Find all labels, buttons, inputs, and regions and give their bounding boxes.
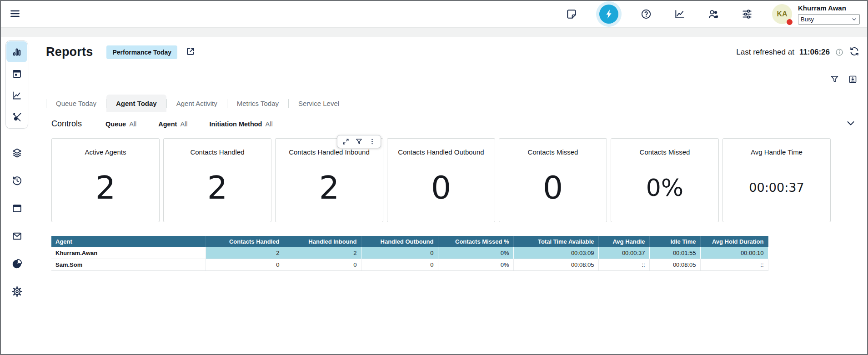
metric-card-avg-handle-time: Avg Handle Time 00:00:37: [722, 138, 831, 222]
sidebar-item-bar-chart[interactable]: [6, 41, 27, 62]
sidebar-item-pie-chart[interactable]: [11, 258, 23, 270]
column-header-contacts-missed[interactable]: Contacts Missed %: [438, 236, 513, 247]
metric-card-contacts-handled-inbound: Contacts Handled Inbound 2: [275, 138, 383, 222]
top-nav-right: KA Khurram Awan Busy: [566, 4, 860, 25]
value-cell: 2: [284, 247, 361, 259]
metric-card-value: 0%: [611, 156, 718, 222]
column-header-agent[interactable]: Agent: [51, 236, 206, 247]
gear-icon: [11, 286, 23, 297]
metric-card-title: Avg Handle Time: [723, 148, 830, 156]
status-select-value: Busy: [801, 16, 814, 23]
sidebar-item-history[interactable]: [11, 175, 23, 186]
value-cell: 0: [361, 247, 438, 259]
sidebar-item-line-chart[interactable]: [6, 85, 27, 106]
metric-card-value: 2: [52, 156, 159, 222]
last-refreshed-time: 11:06:26: [799, 48, 830, 57]
tab-service-level[interactable]: Service Level: [289, 95, 349, 112]
sidebar-item-layers[interactable]: [11, 147, 23, 159]
top-nav-icons: [566, 5, 753, 24]
avatar-initials: KA: [777, 10, 787, 18]
column-header-handled-inbound[interactable]: Handled Inbound: [284, 236, 361, 247]
sidebar-item-gear[interactable]: [11, 285, 23, 297]
value-cell: 00:08:05: [513, 259, 598, 271]
expand-button[interactable]: [340, 137, 352, 146]
hamburger-menu-button[interactable]: [7, 6, 23, 23]
filter-value: All: [129, 120, 136, 128]
report-badge: Performance Today: [106, 45, 177, 59]
sidebar-item-calendar[interactable]: [6, 63, 27, 84]
metric-card-value: 2: [164, 156, 271, 222]
contacts-nav-button[interactable]: [707, 8, 719, 20]
column-header-handled-outbound[interactable]: Handled Outbound: [361, 236, 438, 247]
agent-name-cell: Khurram.Awan: [51, 247, 206, 259]
top-nav: KA Khurram Awan Busy: [1, 1, 867, 28]
avatar[interactable]: KA: [772, 4, 792, 24]
value-cell: 2: [206, 247, 284, 259]
filter-name: Initiation Method: [210, 120, 262, 128]
panel-tools: [46, 75, 860, 85]
value-cell: 0%: [438, 259, 513, 271]
tab-agent-activity[interactable]: Agent Activity: [167, 95, 227, 112]
note-nav-button[interactable]: [566, 8, 577, 20]
settings-sliders-nav-button[interactable]: [741, 8, 753, 20]
metric-card-title: Contacts Handled Outbound: [387, 148, 495, 156]
value-cell: 00:00:10: [700, 247, 768, 259]
tab-agent-today[interactable]: Agent Today: [106, 95, 166, 112]
status-select[interactable]: Busy: [798, 14, 860, 25]
controls-bar: Controls QueueAllAgentAllInitiation Meth…: [46, 112, 860, 135]
column-header-contacts-handled[interactable]: Contacts Handled: [206, 236, 284, 247]
lightning-nav-button[interactable]: [599, 5, 618, 24]
filter-agent[interactable]: AgentAll: [158, 120, 187, 128]
metric-card-contacts-missed: Contacts Missed 0: [499, 138, 607, 222]
tab-metrics-today[interactable]: Metrics Today: [227, 95, 288, 112]
filter-button[interactable]: [353, 137, 365, 146]
bar-chart-icon: [11, 46, 22, 57]
sidebar-item-mail[interactable]: [11, 230, 23, 242]
metrics-nav-button[interactable]: [674, 8, 686, 20]
value-cell: 00:01:55: [649, 247, 700, 259]
metric-card-active-agents: Active Agents 2: [51, 138, 160, 222]
sidebar-item-window[interactable]: [11, 202, 23, 214]
sidebar-loose-items: [11, 147, 23, 297]
filter-queue[interactable]: QueueAll: [105, 120, 136, 128]
value-cell: 0%: [438, 247, 513, 259]
column-header-avg-hold-duration[interactable]: Avg Hold Duration: [700, 236, 768, 247]
metric-card-title: Contacts Handled Inbound: [276, 148, 383, 156]
open-in-new-window-button[interactable]: [186, 46, 196, 58]
tab-queue-today[interactable]: Queue Today: [46, 95, 106, 112]
card-hover-toolbar: [337, 135, 381, 148]
metric-card-value: 0: [499, 156, 607, 222]
download-button[interactable]: [848, 75, 858, 85]
content-gap: [1, 28, 867, 37]
help-icon: [640, 8, 652, 20]
column-header-total-time-available[interactable]: Total Time Available: [513, 236, 598, 247]
table-row-khurram-awan[interactable]: Khurram.Awan2200%00:03:0900:00:3700:01:5…: [51, 247, 768, 259]
info-icon[interactable]: [835, 48, 844, 57]
value-cell: ::: [700, 259, 768, 271]
refresh-button[interactable]: [849, 46, 860, 58]
collapse-controls-button[interactable]: [845, 118, 856, 130]
external-link-icon: [186, 46, 196, 56]
filter-button[interactable]: [830, 75, 839, 85]
table-row-sam-som[interactable]: Sam.Som0000%00:08:05::00:08:05::: [51, 259, 768, 271]
column-header-avg-handle[interactable]: Avg Handle: [598, 236, 649, 247]
help-nav-button[interactable]: [640, 8, 652, 20]
metric-card-value: 2: [276, 156, 383, 222]
sidebar-item-brush[interactable]: [6, 107, 27, 128]
sidebar-group: [5, 40, 28, 129]
line-chart-icon: [11, 90, 22, 101]
filter-name: Agent: [158, 120, 177, 128]
kebab-button[interactable]: [366, 137, 378, 146]
main-content: Reports Performance Today Last refreshed…: [33, 37, 867, 354]
filter-initiation-method[interactable]: Initiation MethodAll: [210, 120, 273, 128]
column-header-idle-time[interactable]: Idle Time: [649, 236, 700, 247]
controls-filters: QueueAllAgentAllInitiation MethodAll: [105, 120, 273, 128]
metric-card-contacts-missed: Contacts Missed 0%: [611, 138, 719, 222]
brush-icon: [11, 112, 22, 123]
chevron-down-icon: [845, 118, 856, 129]
metric-cards-row: Active Agents 2 Contacts Handled 2 Conta…: [51, 138, 860, 222]
report-tabs: Queue TodayAgent TodayAgent ActivityMetr…: [46, 95, 860, 112]
page-header: Reports Performance Today Last refreshed…: [46, 45, 860, 59]
mail-icon: [11, 230, 23, 242]
kebab-icon: [368, 138, 376, 145]
